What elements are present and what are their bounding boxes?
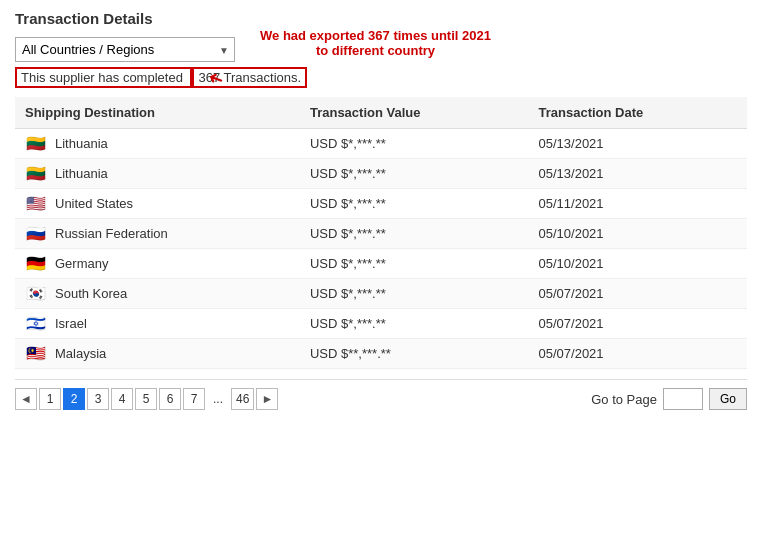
col-value: Transaction Value [300,97,529,129]
filter-row: All Countries / Regions [15,37,747,62]
transaction-value-cell: USD $*,***.** [300,189,529,219]
table-row: 🇱🇹LithuaniaUSD $*,***.**05/13/2021 [15,129,747,159]
destination-cell: 🇲🇾Malaysia [15,339,300,369]
next-page-button[interactable]: ► [256,388,278,410]
flag-icon: 🇷🇺 [25,226,47,241]
flag-icon: 🇺🇸 [25,196,47,211]
pagination-row: ◄ 1 2 3 4 5 6 7 ... 46 ► Go to Page Go [15,379,747,410]
col-destination: Shipping Destination [15,97,300,129]
table-header-row: Shipping Destination Transaction Value T… [15,97,747,129]
destination-cell: 🇱🇹Lithuania [15,129,300,159]
destination-cell: 🇩🇪Germany [15,249,300,279]
transaction-date-cell: 05/07/2021 [529,309,747,339]
destination-cell: 🇮🇱Israel [15,309,300,339]
transaction-date-cell: 05/07/2021 [529,339,747,369]
destination-cell: 🇱🇹Lithuania [15,159,300,189]
col-date: Transaction Date [529,97,747,129]
pagination-controls: ◄ 1 2 3 4 5 6 7 ... 46 ► [15,388,278,410]
table-row: 🇺🇸United StatesUSD $*,***.**05/11/2021 [15,189,747,219]
destination-cell: 🇷🇺Russian Federation [15,219,300,249]
table-row: 🇮🇱IsraelUSD $*,***.**05/07/2021 [15,309,747,339]
transaction-date-cell: 05/10/2021 [529,249,747,279]
page-btn-5[interactable]: 5 [135,388,157,410]
flag-icon: 🇲🇾 [25,346,47,361]
transaction-value-cell: USD $*,***.** [300,309,529,339]
country-name: Russian Federation [55,226,168,241]
destination-cell: 🇺🇸United States [15,189,300,219]
table-row: 🇱🇹LithuaniaUSD $*,***.**05/13/2021 [15,159,747,189]
pagination-ellipsis: ... [207,388,229,410]
country-select-wrapper[interactable]: All Countries / Regions [15,37,235,62]
country-select[interactable]: All Countries / Regions [15,37,235,62]
table-row: 🇲🇾MalaysiaUSD $**,***.**05/07/2021 [15,339,747,369]
page-btn-3[interactable]: 3 [87,388,109,410]
transaction-date-cell: 05/13/2021 [529,129,747,159]
goto-button[interactable]: Go [709,388,747,410]
page-btn-2[interactable]: 2 [63,388,85,410]
table-row: 🇰🇷South KoreaUSD $*,***.**05/07/2021 [15,279,747,309]
table-row: 🇷🇺Russian FederationUSD $*,***.**05/10/2… [15,219,747,249]
transaction-date-cell: 05/07/2021 [529,279,747,309]
transaction-value-cell: USD $**,***.** [300,339,529,369]
flag-icon: 🇩🇪 [25,256,47,271]
transaction-date-cell: 05/11/2021 [529,189,747,219]
country-name: United States [55,196,133,211]
transaction-value-cell: USD $*,***.** [300,249,529,279]
transaction-count-value: 367 Transactions. [192,67,307,88]
page-btn-7[interactable]: 7 [183,388,205,410]
transaction-count-prefix: This supplier has completed [15,67,192,88]
transaction-value-cell: USD $*,***.** [300,219,529,249]
country-name: Lithuania [55,166,108,181]
page-title: Transaction Details [15,10,747,27]
transaction-value-cell: USD $*,***.** [300,279,529,309]
goto-label: Go to Page [591,392,657,407]
prev-page-button[interactable]: ◄ [15,388,37,410]
flag-icon: 🇱🇹 [25,166,47,181]
destination-cell: 🇰🇷South Korea [15,279,300,309]
flag-icon: 🇰🇷 [25,286,47,301]
transaction-count-row: This supplier has completed 367 Transact… [15,70,747,85]
transactions-table: Shipping Destination Transaction Value T… [15,97,747,369]
transaction-value-cell: USD $*,***.** [300,159,529,189]
country-name: South Korea [55,286,127,301]
country-name: Lithuania [55,136,108,151]
page-btn-4[interactable]: 4 [111,388,133,410]
goto-input[interactable] [663,388,703,410]
transaction-date-cell: 05/13/2021 [529,159,747,189]
transaction-value-cell: USD $*,***.** [300,129,529,159]
table-row: 🇩🇪GermanyUSD $*,***.**05/10/2021 [15,249,747,279]
transaction-date-cell: 05/10/2021 [529,219,747,249]
country-name: Malaysia [55,346,106,361]
flag-icon: 🇱🇹 [25,136,47,151]
page-btn-1[interactable]: 1 [39,388,61,410]
page-btn-6[interactable]: 6 [159,388,181,410]
page-btn-46[interactable]: 46 [231,388,254,410]
flag-icon: 🇮🇱 [25,316,47,331]
country-name: Israel [55,316,87,331]
country-name: Germany [55,256,108,271]
goto-page-section: Go to Page Go [591,388,747,410]
